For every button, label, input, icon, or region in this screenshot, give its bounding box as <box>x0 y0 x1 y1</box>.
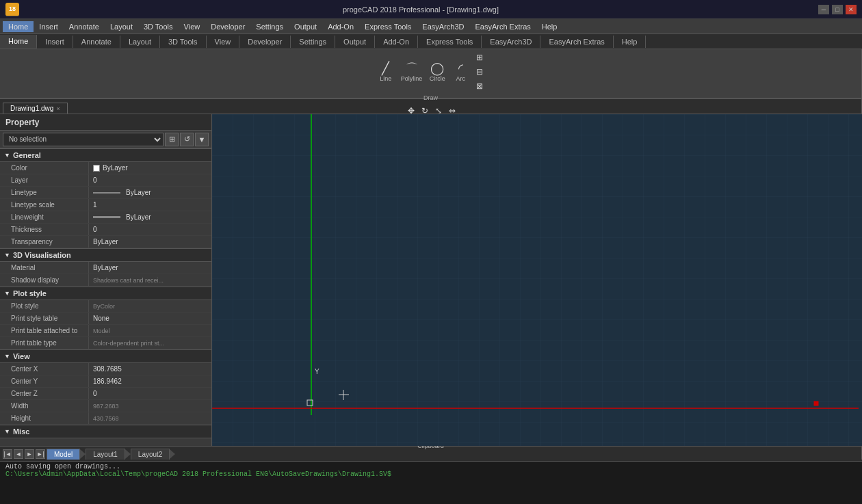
center-y-prop-value[interactable]: 186.9462 <box>89 375 211 387</box>
layout2-tab[interactable]: Layout2 <box>131 449 170 460</box>
color-prop-value[interactable]: ByLayer <box>89 162 211 174</box>
menu-item-settings[interactable]: Settings <box>250 21 289 32</box>
lineweight-prop-name: Lineweight <box>0 211 89 223</box>
linetype-scale-prop-value[interactable]: 1 <box>89 199 211 211</box>
print-table-attached-prop-value[interactable]: Model <box>89 325 211 336</box>
ribbon-tab-help[interactable]: Help <box>614 36 646 48</box>
menu-item-home[interactable]: Home <box>3 21 34 32</box>
draw-extra-2[interactable]: ⊟ <box>473 65 486 79</box>
ribbon-tab-view[interactable]: View <box>207 36 240 48</box>
transparency-prop-value[interactable]: ByLayer <box>89 236 211 248</box>
circle-button[interactable]: ◯ Circle <box>426 60 448 84</box>
menu-item-express-tools[interactable]: Express Tools <box>359 21 417 32</box>
drawing-tab-close[interactable]: × <box>56 105 60 112</box>
svg-rect-1 <box>212 114 862 446</box>
menu-item-help[interactable]: Help <box>536 21 563 32</box>
plot-style-section-header[interactable]: ▼ Plot style <box>0 287 211 300</box>
close-button[interactable]: ✕ <box>846 5 857 14</box>
property-content: ▼ General Color ByLayer Layer 0 Linetype… <box>0 148 211 446</box>
ribbon: ╱ Line ⌒ Polyline ◯ Circle ◜ Arc ⊞ ⊟ ⊠ D… <box>0 49 862 99</box>
polyline-icon: ⌒ <box>406 62 418 75</box>
drawing-tab[interactable]: Drawing1.dwg × <box>3 103 68 114</box>
arc-button[interactable]: ◜ Arc <box>449 60 471 84</box>
misc-section-header[interactable]: ▼ Misc <box>0 425 211 438</box>
ribbon-tab-layout[interactable]: Layout <box>120 36 160 48</box>
material-prop-value[interactable]: ByLayer <box>89 262 211 274</box>
nav-prev[interactable]: ◄ <box>14 449 23 459</box>
ribbon-tab-output[interactable]: Output <box>335 36 375 48</box>
general-label: General <box>13 151 41 159</box>
nav-last[interactable]: ►| <box>36 449 45 459</box>
menu-item-annotate[interactable]: Annotate <box>64 21 105 32</box>
prop-row-linetype: Linetype ByLayer <box>0 187 211 199</box>
window-title: progeCAD 2018 Professional - [Drawing1.d… <box>23 5 818 14</box>
draw-extra-3[interactable]: ⊠ <box>473 79 486 93</box>
ribbon-tab-3d-tools[interactable]: 3D Tools <box>160 36 207 48</box>
minimize-button[interactable]: ─ <box>818 5 829 14</box>
drawing-tab-name: Drawing1.dwg <box>10 105 53 112</box>
linetype-prop-name: Linetype <box>0 187 89 198</box>
menu-item-layout[interactable]: Layout <box>105 21 138 32</box>
selection-dropdown[interactable]: No selection <box>3 133 164 146</box>
height-prop-name: Height <box>0 412 89 424</box>
ribbon-tab-express-tools[interactable]: Express Tools <box>418 36 482 48</box>
draw-tools: ╱ Line ⌒ Polyline ◯ Circle ◜ Arc ⊞ ⊟ ⊠ <box>375 51 487 93</box>
line-label: Line <box>380 75 391 82</box>
lineweight-prop-value[interactable]: ByLayer <box>89 211 211 223</box>
menu-item-easyarch3d[interactable]: EasyArch3D <box>417 21 469 32</box>
ribbon-tab-easyarch3d[interactable]: EasyArch3D <box>482 36 540 48</box>
prop-tool-btn-1[interactable]: ⊞ <box>165 133 179 146</box>
print-style-table-prop-value[interactable]: None <box>89 313 211 324</box>
center-z-prop-value[interactable]: 0 <box>89 388 211 399</box>
menu-item-insert[interactable]: Insert <box>34 21 64 32</box>
drawing-area[interactable]: Y <box>212 114 862 446</box>
height-prop-value[interactable]: 430.7568 <box>89 412 211 424</box>
polyline-button[interactable]: ⌒ Polyline <box>398 60 426 84</box>
ribbon-tab-insert[interactable]: Insert <box>37 36 73 48</box>
draw-extra-1[interactable]: ⊞ <box>473 51 486 64</box>
menu-item-3d-tools[interactable]: 3D Tools <box>138 21 179 32</box>
layer-prop-value[interactable]: 0 <box>89 174 211 186</box>
menu-item-view[interactable]: View <box>179 21 206 32</box>
center-x-prop-value[interactable]: 308.7685 <box>89 363 211 375</box>
general-section-header[interactable]: ▼ General <box>0 148 211 162</box>
prop-row-center-x: Center X 308.7685 <box>0 363 211 375</box>
layout1-tab[interactable]: Layout1 <box>86 449 125 460</box>
plot-style-label: Plot style <box>13 289 47 297</box>
ribbon-tab-add-on[interactable]: Add-On <box>375 36 418 48</box>
prop-tool-btn-2[interactable]: ↺ <box>180 133 194 146</box>
shadow-prop-value[interactable]: Shadows cast and recei... <box>89 274 211 286</box>
linetype-value-text: ByLayer <box>126 189 151 196</box>
thickness-prop-name: Thickness <box>0 224 89 235</box>
print-table-type-prop-value[interactable]: Color-dependent print st... <box>89 337 211 349</box>
ribbon-tab-developer[interactable]: Developer <box>239 36 291 48</box>
thickness-prop-value[interactable]: 0 <box>89 224 211 235</box>
ribbon-tab-home[interactable]: Home <box>0 35 37 49</box>
plot-style-prop-value[interactable]: ByColor <box>89 300 211 312</box>
width-prop-value[interactable]: 987.2683 <box>89 400 211 412</box>
menu-item-developer[interactable]: Developer <box>205 21 250 32</box>
color-value-text: ByLayer <box>103 164 128 172</box>
workspace: Property No selection ⊞ ↺ ▼ ▼ General Co… <box>0 114 862 446</box>
nav-first[interactable]: |◄ <box>3 449 12 459</box>
prop-row-transparency: Transparency ByLayer <box>0 236 211 248</box>
model-tab[interactable]: Model <box>47 449 80 460</box>
menu-item-output[interactable]: Output <box>289 21 322 32</box>
polyline-label: Polyline <box>401 75 423 82</box>
menu-item-add-on[interactable]: Add-On <box>322 21 359 32</box>
property-panel: Property No selection ⊞ ↺ ▼ ▼ General Co… <box>0 114 212 446</box>
ribbon-tab-annotate[interactable]: Annotate <box>73 36 120 48</box>
prop-tool-btn-3[interactable]: ▼ <box>195 133 209 146</box>
visualisation-section-header[interactable]: ▼ 3D Visualisation <box>0 248 211 262</box>
draw-extra-icon-2: ⊟ <box>476 67 483 77</box>
maximize-button[interactable]: □ <box>832 5 843 14</box>
ribbon-tab-settings[interactable]: Settings <box>291 36 335 48</box>
prop-row-center-y: Center Y 186.9462 <box>0 375 211 388</box>
ribbon-tab-easyarch-extras[interactable]: EasyArch Extras <box>540 36 613 48</box>
prop-row-print-style-table: Print style table None <box>0 313 211 325</box>
line-button[interactable]: ╱ Line <box>375 60 397 84</box>
nav-next[interactable]: ► <box>25 449 34 459</box>
linetype-prop-value[interactable]: ByLayer <box>89 187 211 198</box>
view-section-header[interactable]: ▼ View <box>0 349 211 363</box>
menu-item-easyarch-extras[interactable]: EasyArch Extras <box>469 21 536 32</box>
